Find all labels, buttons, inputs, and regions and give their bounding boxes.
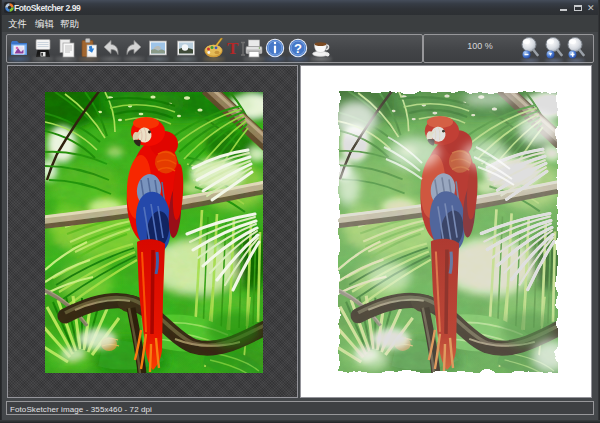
svg-text:T: T	[227, 39, 239, 58]
svg-text:?: ?	[294, 41, 302, 56]
